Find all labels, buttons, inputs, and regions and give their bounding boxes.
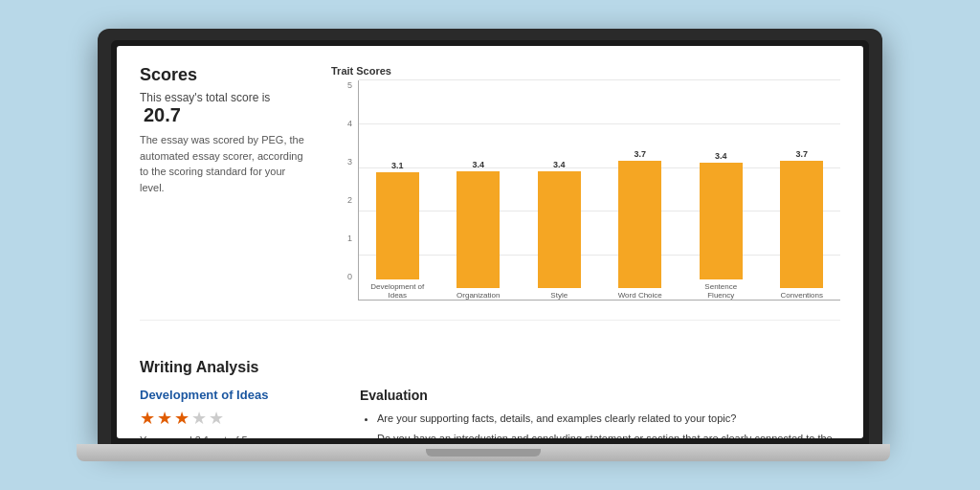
score-description: The essay was scored by PEG, the automat… bbox=[140, 132, 312, 195]
bar-group-0: 3.1Development of Ideas bbox=[365, 161, 431, 300]
evaluation-list: Are your supporting facts, details, and … bbox=[360, 411, 840, 438]
trait-score: You scored 3.1 out of 5 bbox=[140, 434, 331, 438]
y-label-2: 2 bbox=[331, 195, 352, 205]
laptop-screen: Scores This essay's total score is 20.7 … bbox=[98, 29, 882, 444]
scores-section: Scores This essay's total score is 20.7 … bbox=[117, 46, 863, 359]
scores-left-panel: Scores This essay's total score is 20.7 … bbox=[140, 65, 312, 301]
bar-value-3: 3.7 bbox=[634, 149, 646, 159]
y-label-0: 0 bbox=[331, 272, 352, 281]
bar-1 bbox=[457, 171, 500, 288]
bar-value-5: 3.7 bbox=[795, 149, 808, 159]
y-label-5: 5 bbox=[331, 80, 352, 90]
y-label-3: 3 bbox=[331, 157, 352, 167]
bar-group-3: 3.7Word Choice bbox=[608, 149, 674, 300]
star-filled-0: ★ bbox=[140, 408, 155, 429]
analysis-left: Development of Ideas ★★★★★ You scored 3.… bbox=[140, 388, 331, 438]
bar-value-2: 3.4 bbox=[553, 160, 566, 169]
bar-label-1: Organization bbox=[450, 291, 507, 300]
analysis-right: Evaluation Are your supporting facts, de… bbox=[360, 388, 840, 438]
bar-value-0: 3.1 bbox=[391, 161, 404, 170]
stars-container: ★★★★★ bbox=[140, 408, 331, 429]
bar-chart: 3.1Development of Ideas3.4Organization3.… bbox=[358, 80, 840, 301]
chart-title: Trait Scores bbox=[331, 65, 840, 77]
total-score-line: This essay's total score is 20.7 bbox=[140, 91, 312, 126]
bar-label-3: Word Choice bbox=[612, 291, 669, 300]
eval-item-1: Do you have an introduction and concludi… bbox=[377, 431, 840, 439]
screen-bezel: Scores This essay's total score is 20.7 … bbox=[111, 40, 869, 444]
star-empty-0: ★ bbox=[191, 408, 207, 429]
trait-title: Development of Ideas bbox=[140, 388, 331, 402]
star-empty-1: ★ bbox=[209, 408, 224, 429]
eval-item-0: Are your supporting facts, details, and … bbox=[377, 411, 840, 427]
laptop-base bbox=[77, 444, 890, 461]
star-filled-2: ★ bbox=[174, 408, 189, 429]
bar-2 bbox=[538, 171, 581, 288]
screen-content: Scores This essay's total score is 20.7 … bbox=[117, 46, 863, 438]
bar-group-2: 3.4Style bbox=[526, 160, 592, 300]
bar-0 bbox=[376, 172, 419, 279]
y-label-1: 1 bbox=[331, 234, 352, 243]
total-score-number: 20.7 bbox=[144, 104, 181, 125]
bar-group-5: 3.7Conventions bbox=[769, 149, 835, 300]
bar-value-4: 3.4 bbox=[715, 151, 727, 161]
chart-area: Trait Scores 5 4 3 2 1 0 bbox=[331, 65, 840, 301]
bar-label-2: Style bbox=[530, 291, 588, 300]
bar-group-4: 3.4Sentence Fluency bbox=[688, 151, 754, 300]
bar-3 bbox=[618, 161, 661, 288]
laptop-notch bbox=[426, 449, 541, 457]
bar-label-4: Sentence Fluency bbox=[692, 282, 749, 300]
y-label-4: 4 bbox=[331, 119, 352, 128]
bar-5 bbox=[780, 161, 823, 288]
bar-label-5: Conventions bbox=[773, 291, 831, 300]
scores-heading: Scores bbox=[140, 65, 312, 85]
evaluation-title: Evaluation bbox=[360, 388, 840, 403]
star-filled-1: ★ bbox=[157, 408, 172, 429]
analysis-content: Development of Ideas ★★★★★ You scored 3.… bbox=[140, 388, 840, 438]
bar-4 bbox=[700, 163, 743, 279]
writing-analysis-title: Writing Analysis bbox=[140, 359, 840, 376]
bar-label-0: Development of Ideas bbox=[368, 282, 426, 300]
bar-group-1: 3.4Organization bbox=[446, 160, 512, 300]
bar-value-1: 3.4 bbox=[472, 160, 484, 169]
writing-analysis-section: Writing Analysis Development of Ideas ★★… bbox=[117, 359, 863, 438]
